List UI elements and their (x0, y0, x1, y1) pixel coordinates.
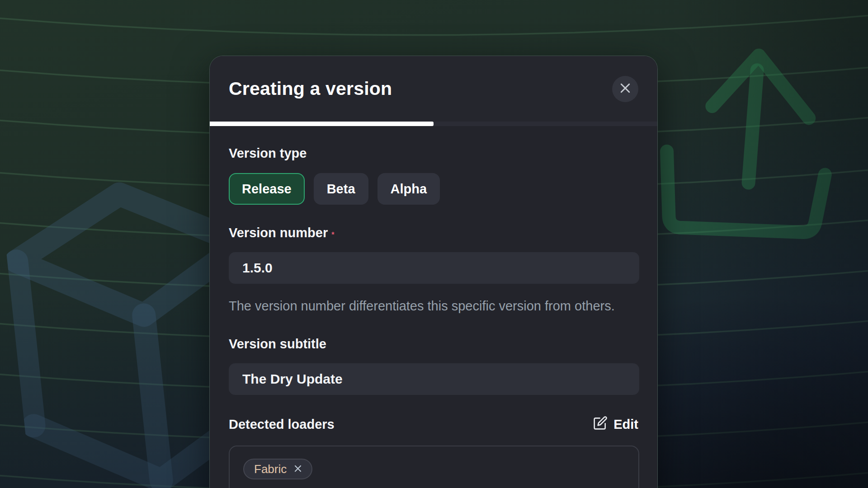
detected-loaders-label: Detected loaders (229, 417, 335, 432)
required-asterisk: * (331, 231, 334, 239)
progress-fill (210, 122, 434, 126)
modal-header: Creating a version (210, 56, 657, 122)
version-type-options: Release Beta Alpha (229, 173, 638, 205)
edit-loaders-button[interactable]: Edit (593, 416, 638, 433)
modal-title: Creating a version (229, 78, 392, 99)
version-subtitle-input[interactable] (229, 363, 639, 395)
remove-icon (292, 463, 303, 475)
version-number-label: Version number (229, 225, 328, 240)
creating-version-modal: Creating a version Version type Release … (209, 56, 658, 488)
detected-loaders-box: Fabric (229, 446, 639, 488)
app-background: { "background": { "decor_icons": ["box-w… (0, 0, 868, 488)
close-icon (618, 81, 632, 96)
version-type-release-button[interactable]: Release (229, 173, 305, 205)
edit-label: Edit (613, 417, 638, 432)
modal-body: Version type Release Beta Alpha Version … (210, 126, 657, 488)
version-type-label: Version type (229, 146, 638, 161)
remove-loader-button[interactable] (292, 463, 303, 475)
loader-chip-label: Fabric (254, 462, 287, 476)
square-pen-icon (593, 416, 608, 433)
version-number-help: The version number differentiates this s… (229, 296, 627, 316)
version-type-beta-button[interactable]: Beta (314, 173, 368, 205)
version-number-input[interactable] (229, 252, 639, 284)
upload-arrow-icon (652, 36, 854, 271)
version-subtitle-label: Version subtitle (229, 337, 326, 351)
close-button[interactable] (612, 76, 638, 102)
progress-bar (210, 122, 657, 126)
loader-chip-fabric: Fabric (243, 459, 312, 479)
version-type-alpha-button[interactable]: Alpha (377, 173, 440, 205)
